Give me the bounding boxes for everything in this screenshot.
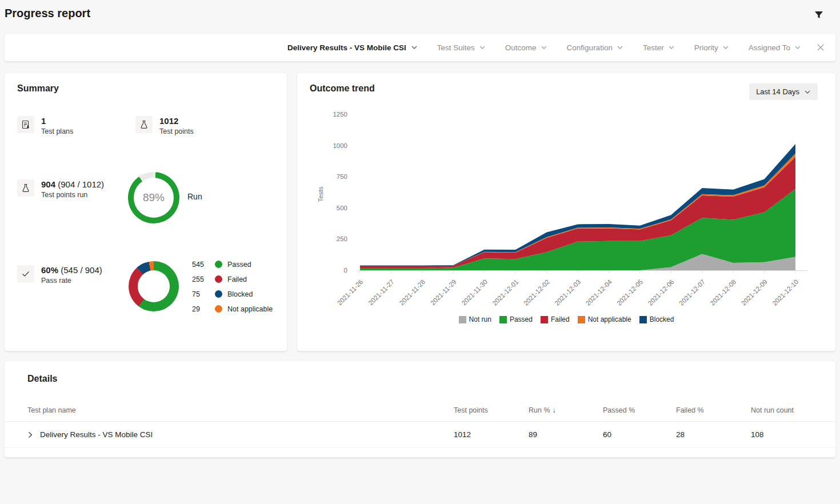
- outcome-trend-legend: Not runPassedFailedNot applicableBlocked: [297, 315, 835, 323]
- y-tick-label: 1000: [333, 142, 347, 149]
- stat-test-points: 1012 Test points: [135, 116, 194, 135]
- chevron-down-icon: [411, 44, 418, 51]
- x-tick-label: 2021-12-01: [491, 278, 519, 307]
- x-tick-label: 2021-11-29: [429, 278, 457, 306]
- legend-item-blocked: Blocked: [639, 315, 674, 323]
- y-tick-label: 500: [337, 205, 347, 211]
- stat-pass-rate: 60% (545 / 904) Pass rate: [17, 265, 102, 285]
- cell-passed-pct: 60: [603, 430, 676, 439]
- donut-legend-row: 29Not applicable: [192, 304, 273, 314]
- summary-card: Summary 1 Test plans 1012 Test points: [5, 73, 287, 351]
- filter-dropdown-priority[interactable]: Priority: [694, 43, 729, 52]
- filter-dropdown-test-suites[interactable]: Test Suites: [437, 43, 486, 52]
- x-tick-label: 2021-12-04: [585, 278, 614, 307]
- run-percent-label: 89%: [128, 172, 179, 223]
- page-title: Progress report: [5, 7, 90, 20]
- x-tick-label: 2021-11-28: [398, 278, 426, 306]
- test-plan-icon: [17, 116, 34, 133]
- cell-test-points: 1012: [454, 430, 529, 439]
- x-tick-label: 2021-12-06: [647, 278, 675, 307]
- col-test-plan-name[interactable]: Test plan name: [27, 406, 454, 414]
- x-tick-label: 2021-12-03: [553, 278, 582, 307]
- col-not-run-count[interactable]: Not run count: [751, 406, 835, 414]
- y-tick-label: 750: [337, 173, 347, 180]
- filter-dropdown-tester[interactable]: Tester: [643, 43, 675, 52]
- legend-dot: [215, 275, 222, 283]
- test-plan-selector-label: Delivery Results - VS Mobile CSI: [287, 43, 406, 52]
- stat-caption: Test points run: [41, 191, 104, 199]
- cell-failed-pct: 28: [676, 430, 751, 439]
- x-tick-label: 2021-11-26: [336, 278, 364, 306]
- x-tick-label: 2021-11-30: [461, 278, 489, 306]
- chevron-down-icon: [617, 44, 623, 51]
- x-tick-label: 2021-11-27: [367, 278, 395, 306]
- legend-dot: [215, 290, 222, 298]
- legend-item-not-run: Not run: [459, 315, 491, 323]
- details-table: Test plan name Test points Run %↓ Passed…: [5, 399, 835, 448]
- progress-report-page: Progress report Delivery Results - VS Mo…: [0, 0, 840, 504]
- stat-caption: Pass rate: [41, 277, 102, 285]
- col-test-points[interactable]: Test points: [454, 406, 529, 414]
- check-icon: [17, 265, 34, 282]
- col-failed-pct[interactable]: Failed %: [676, 406, 751, 414]
- chevron-down-icon: [722, 44, 729, 51]
- chevron-down-icon: [479, 44, 486, 51]
- legend-dot: [215, 261, 222, 268]
- stat-caption: Test plans: [41, 127, 73, 135]
- legend-dot: [215, 305, 222, 313]
- outcome-trend-chart: 025050075010001250Tests2021-11-262021-11…: [297, 73, 835, 313]
- y-tick-label: 1250: [333, 111, 347, 118]
- outcome-trend-card: Outcome trend Last 14 Days 0250500750100…: [297, 73, 835, 351]
- beaker-icon: [17, 179, 34, 197]
- x-tick-label: 2021-12-08: [709, 278, 737, 307]
- y-tick-label: 0: [344, 267, 347, 274]
- details-card: Details Test plan name Test points Run %…: [5, 361, 835, 457]
- chevron-down-icon: [541, 44, 547, 51]
- filter-bar: Delivery Results - VS Mobile CSI Test Su…: [5, 34, 835, 61]
- legend-swatch: [459, 316, 466, 323]
- filter-dropdown-outcome[interactable]: Outcome: [505, 43, 547, 52]
- cell-not-run-count: 108: [751, 430, 835, 439]
- legend-item-passed: Passed: [499, 315, 533, 323]
- donut-legend-row: 545Passed: [192, 259, 273, 269]
- outcome-donut-legend: 545Passed255Failed75Blocked29Not applica…: [192, 259, 273, 314]
- run-caption: Run: [187, 192, 202, 201]
- cell-run-pct: 89: [529, 430, 603, 439]
- details-title: Details: [27, 374, 57, 384]
- y-axis-title: Tests: [317, 186, 324, 202]
- col-passed-pct[interactable]: Passed %: [603, 406, 676, 414]
- beaker-icon: [135, 116, 153, 133]
- legend-item-failed: Failed: [541, 315, 570, 323]
- donut-legend-row: 255Failed: [192, 274, 273, 284]
- stat-test-points-run: 904 (904 / 1012) Test points run: [17, 179, 104, 199]
- details-table-header: Test plan name Test points Run %↓ Passed…: [5, 399, 835, 422]
- test-plan-name: Delivery Results - VS Mobile CSI: [40, 430, 153, 439]
- chevron-down-icon: [794, 44, 801, 51]
- legend-swatch: [541, 316, 548, 323]
- x-tick-label: 2021-12-07: [678, 278, 706, 307]
- clear-filters-icon[interactable]: [816, 43, 825, 52]
- legend-item-not-applicable: Not applicable: [578, 315, 631, 323]
- sort-descending-icon: ↓: [553, 406, 556, 414]
- stat-caption: Test points: [159, 127, 194, 135]
- filter-items: Delivery Results - VS Mobile CSI Test Su…: [287, 43, 801, 52]
- filter-dropdown-assigned-to[interactable]: Assigned To: [749, 43, 801, 52]
- chevron-down-icon: [668, 44, 675, 51]
- page-header: Progress report: [0, 0, 840, 30]
- summary-title: Summary: [17, 83, 59, 94]
- stat-test-plans: 1 Test plans: [17, 116, 73, 135]
- outcome-donut: [129, 261, 179, 311]
- legend-swatch: [578, 316, 585, 323]
- table-row[interactable]: Delivery Results - VS Mobile CSI 1012 89…: [5, 422, 835, 448]
- x-tick-label: 2021-12-09: [740, 278, 769, 307]
- col-run-pct[interactable]: Run %↓: [529, 406, 603, 414]
- test-plan-selector[interactable]: Delivery Results - VS Mobile CSI: [287, 43, 418, 52]
- expand-chevron-icon[interactable]: [27, 431, 33, 438]
- y-tick-label: 250: [337, 235, 347, 242]
- legend-swatch: [499, 316, 507, 323]
- x-tick-label: 2021-12-10: [771, 278, 799, 307]
- donut-legend-row: 75Blocked: [192, 289, 273, 299]
- x-tick-label: 2021-12-05: [615, 278, 644, 307]
- filter-funnel-icon[interactable]: [813, 9, 825, 21]
- filter-dropdown-configuration[interactable]: Configuration: [567, 43, 623, 52]
